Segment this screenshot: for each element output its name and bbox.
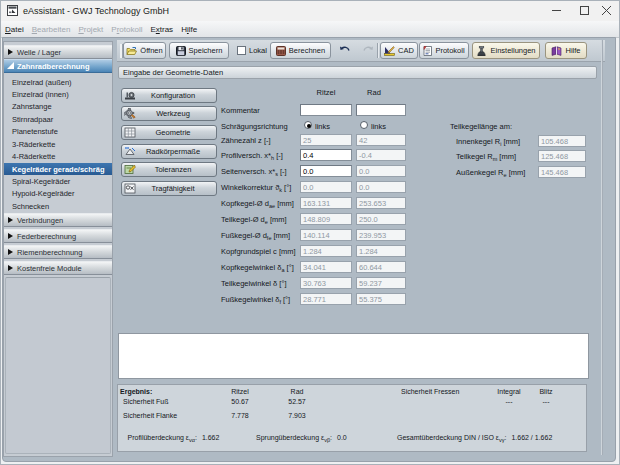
toolbar: Öffnen Speichern Lokal — [117, 40, 605, 62]
label-part: [°] — [281, 295, 290, 304]
sidebar-section-label: Welle / Lager — [17, 48, 61, 57]
sidebar-section-kostenfreiemodule[interactable]: Kostenfreie Module — [4, 261, 112, 275]
sidebar-section-verbindungen[interactable]: Verbindungen — [4, 213, 112, 227]
input-ritzel-row2[interactable]: 0.0 — [300, 165, 352, 177]
output-box — [118, 333, 589, 379]
sidebar-item-schnecken[interactable]: Schnecken — [4, 200, 112, 212]
nav-button-tragfhigkeit[interactable]: Tragfähigkeit — [121, 181, 217, 196]
input-kommentar-ritzel[interactable] — [300, 104, 352, 116]
menu-datei[interactable]: Datei — [1, 23, 28, 36]
row-label: Winkelkorrektur ϑk [°] — [221, 183, 291, 193]
input-ritzel-row0: 25 — [300, 134, 352, 146]
row-label: Profilversch. x*h [-] — [221, 151, 283, 161]
icon-shape — [280, 50, 282, 51]
nav-button-geometrie[interactable]: Geometrie — [121, 125, 217, 140]
icon-shape — [580, 7, 588, 15]
label-part: : — [195, 434, 197, 441]
calculate-button-label: Berechnen — [289, 46, 325, 55]
icon-shape — [277, 47, 284, 49]
label-part: : — [504, 434, 506, 441]
row-label: Seitenversch. x*s [-] — [221, 167, 287, 177]
input-rad-row7: 1.284 — [356, 245, 406, 257]
icon-shape — [125, 128, 135, 137]
nav-button-toleranzen[interactable]: Toleranzen — [121, 162, 217, 177]
column-header-rad: Rad — [367, 88, 381, 97]
help-button[interactable]: Hilfe — [545, 42, 587, 59]
row-label: Fußkegel-Ø dfe [mm] — [221, 231, 290, 241]
tool-icon — [124, 108, 136, 119]
menu-label-post: earbeiten — [37, 25, 70, 34]
icon-shape — [126, 149, 134, 155]
nav-button-label: Geometrie — [136, 128, 216, 137]
input-ritzel-row9: 30.763 — [300, 277, 352, 289]
collapsed-triangle-icon — [8, 217, 13, 223]
sidebar-item-einzelrad-au-en-[interactable]: Einzelrad (außen) — [4, 76, 112, 88]
calculate-button[interactable]: Berechnen — [270, 42, 331, 59]
icon-shape — [132, 148, 135, 151]
protocol-button[interactable]: Protokoll — [419, 42, 469, 59]
open-button[interactable]: Öffnen — [123, 42, 166, 59]
input-rad-row3: 0.0 — [356, 181, 406, 193]
side-group-label: Innenkegel Ri [mm] — [456, 137, 520, 147]
radio-rad-links[interactable] — [360, 121, 368, 129]
local-checkbox[interactable] — [237, 46, 246, 55]
sidebar-item-spiral-kegelr-der[interactable]: Spiral-Kegelräder — [4, 175, 112, 187]
settings-button[interactable]: Einstellungen — [472, 42, 540, 59]
sidebar-item-stirnradpaar[interactable]: Stirnradpaar — [4, 113, 112, 125]
sidebar-item-kegelr-der-gerade-schr-g[interactable]: Kegelräder gerade/schräg — [4, 163, 112, 175]
input-kommentar-rad[interactable] — [356, 104, 406, 116]
help-book-icon — [551, 46, 562, 56]
nav-button-label: Radkörpermaße — [136, 147, 216, 156]
sidebar-section-label: Federberechnung — [17, 232, 76, 241]
menu-protokoll[interactable]: Protokoll — [107, 23, 146, 36]
redo-arrow-icon — [362, 46, 374, 55]
redo-button[interactable] — [358, 42, 378, 59]
icon-shape — [278, 52, 280, 53]
undo-button[interactable] — [334, 42, 356, 59]
help-button-label: Hilfe — [565, 46, 580, 55]
sidebar-item-planetenstufe[interactable]: Planetenstufe — [4, 126, 112, 138]
input-ritzel-row5: 148.809 — [300, 213, 352, 225]
row-label: Kopfgrundspiel c [mm] — [221, 247, 296, 256]
input-ritzel-row1[interactable]: 0.4 — [300, 149, 352, 161]
sidebar-section-wellelager[interactable]: Welle / Lager — [4, 45, 112, 59]
minimize-button[interactable] — [542, 1, 570, 21]
input-rad-row5: 250.0 — [356, 213, 406, 225]
results-col-integral: Integral — [497, 388, 520, 395]
app-window: eAssistant - GWJ Technology GmbH DateiBe… — [0, 0, 620, 465]
close-button[interactable] — [592, 1, 620, 21]
local-checkbox-group[interactable]: Lokal — [237, 42, 267, 59]
label-part: Kopfkegelwinkel δ — [221, 263, 281, 272]
sidebar-section-federberechnung[interactable]: Federberechnung — [4, 229, 112, 243]
sidebar-item-4-r-derkette[interactable]: 4-Räderkette — [4, 150, 112, 162]
input-rad-row4: 253.653 — [356, 197, 406, 209]
overlap-text: Profilüberdeckung εvα:1.662 — [128, 434, 220, 443]
save-button[interactable]: Speichern — [169, 42, 229, 59]
label-part: [mm] — [271, 231, 290, 240]
menu-hilfe[interactable]: Hilfe — [177, 23, 201, 36]
maximize-icon — [580, 6, 589, 15]
radio-ritzel-links[interactable] — [304, 121, 312, 129]
protocol-button-label: Protokoll — [435, 46, 464, 55]
nav-button-konfiguration[interactable]: Konfiguration — [121, 88, 217, 103]
nav-button-werkzeug[interactable]: Werkzeug — [121, 106, 217, 121]
cad-button[interactable]: CAD — [380, 42, 418, 59]
sidebar-section-riemenberechnung[interactable]: Riemenberechnung — [4, 245, 112, 259]
nav-button-radkrpermae[interactable]: Radkörpermaße — [121, 144, 217, 159]
sidebar-item-3-r-derkette[interactable]: 3-Räderkette — [4, 138, 112, 150]
sidebar-section-zahnradberechnung[interactable]: Zahnradberechnung — [4, 59, 112, 73]
sidebar-item-hypoid-kegelr-der[interactable]: Hypoid-Kegelräder — [4, 188, 112, 200]
input-rad-row9: 59.237 — [356, 277, 406, 289]
nav-button-label: Tragfähigkeit — [136, 184, 216, 193]
results-col-fressen: Sicherheit Fressen — [401, 388, 459, 395]
sidebar-item-einzelrad-innen-[interactable]: Einzelrad (innen) — [4, 88, 112, 100]
menu-projekt[interactable]: Projekt — [74, 23, 107, 36]
icon-shape — [283, 52, 285, 53]
sidebar-item-zahnstange[interactable]: Zahnstange — [4, 101, 112, 113]
input-ritzel-row7: 1.284 — [300, 245, 352, 257]
menu-bearbeiten[interactable]: Bearbeiten — [28, 23, 75, 36]
sidebar-section-label: Riemenberechnung — [17, 248, 82, 257]
input-rad-row6: 239.953 — [356, 229, 406, 241]
icon-shape — [178, 46, 183, 49]
menu-extras[interactable]: Extras — [146, 23, 177, 36]
